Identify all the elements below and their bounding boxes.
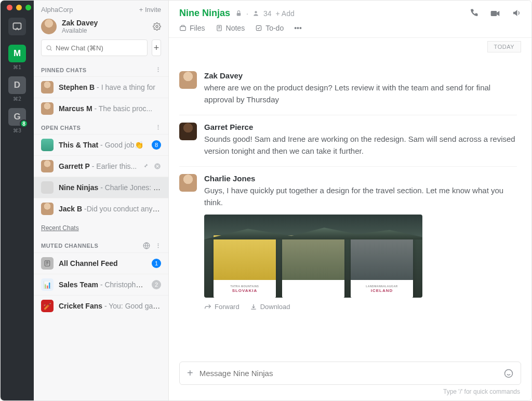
- main-panel: Nine Ninjas · 34 + Add Files Notes To-do…: [169, 1, 531, 400]
- svg-rect-6: [237, 13, 241, 16]
- composer-input[interactable]: [200, 369, 498, 378]
- tile-shortcut: ⌘3: [13, 128, 21, 133]
- invite-button[interactable]: + Invite: [139, 6, 161, 14]
- recent-chats-link[interactable]: Recent Chats: [34, 219, 168, 237]
- avatar: [41, 203, 54, 215]
- chat-item-marcus[interactable]: Marcus M - The basic proc...: [34, 98, 168, 119]
- settings-gear-icon[interactable]: [153, 22, 161, 31]
- message: Zak Davey where are we on the product de…: [179, 64, 517, 115]
- close-window[interactable]: [7, 5, 12, 10]
- svg-rect-9: [180, 26, 186, 31]
- svg-point-7: [255, 11, 257, 13]
- lock-icon: [235, 10, 242, 17]
- tab-files[interactable]: Files: [179, 24, 205, 32]
- svg-point-12: [505, 369, 513, 377]
- call-icon[interactable]: [469, 8, 478, 19]
- open-header: OPEN CHATS: [41, 125, 81, 131]
- member-count: 34: [263, 9, 272, 18]
- video-icon[interactable]: [490, 8, 500, 19]
- user-avatar[interactable]: [41, 19, 57, 34]
- msg-avatar[interactable]: [179, 174, 197, 192]
- tile-letter: M: [14, 48, 21, 59]
- workspace-tile-d[interactable]: D: [8, 76, 26, 94]
- svg-rect-8: [491, 11, 497, 16]
- msg-text: Sounds good! Sam and Irene are working o…: [204, 133, 517, 157]
- globe-icon[interactable]: [143, 242, 150, 249]
- pin-icon[interactable]: [142, 163, 149, 169]
- user-status: Available: [62, 27, 148, 34]
- message: Charlie Jones Guys, I have quickly put t…: [179, 166, 517, 320]
- chat-item-all-feed[interactable]: All Channel Feed 1: [34, 252, 168, 274]
- image-attachment[interactable]: TATRA MOUNTAINSSLOVAKIA LANDMANNALAUGARI…: [204, 215, 422, 298]
- avatar: [41, 102, 54, 115]
- channel-name[interactable]: Nine Ninjas: [179, 8, 230, 19]
- avatar: [41, 160, 54, 172]
- tile-shortcut: ⌘1: [13, 64, 21, 70]
- tile-letter: G: [14, 112, 20, 122]
- volume-icon[interactable]: [512, 8, 521, 19]
- open-menu-icon[interactable]: ⋮: [155, 124, 162, 131]
- unread-badge: 2: [152, 280, 161, 289]
- composer-hint: Type '/' for quick commands: [169, 388, 531, 400]
- add-member-button[interactable]: + Add: [276, 9, 295, 18]
- search-input[interactable]: [56, 44, 143, 52]
- muted-menu-icon[interactable]: ⋮: [155, 243, 162, 249]
- workspace-tile-g[interactable]: G 8: [8, 108, 26, 126]
- attach-plus-icon[interactable]: +: [187, 367, 193, 379]
- chat-item-garrett[interactable]: Garrett P - Earlier this...: [34, 155, 168, 177]
- muted-header: MUTED CHANNELS: [41, 243, 98, 249]
- workspace-tile-m[interactable]: M: [8, 45, 26, 62]
- tab-notes[interactable]: Notes: [216, 24, 245, 32]
- close-icon[interactable]: [154, 163, 161, 170]
- msg-avatar[interactable]: [179, 71, 197, 89]
- forward-button[interactable]: Forward: [204, 303, 240, 311]
- message-list: Zak Davey where are we on the product de…: [169, 56, 531, 357]
- message-composer[interactable]: +: [179, 362, 521, 385]
- channel-avatar: 🏏: [41, 300, 54, 312]
- pinned-header: PINNED CHATS: [41, 67, 87, 73]
- channel-avatar: [41, 139, 54, 151]
- message: Garret Pierce Sounds good! Sam and Irene…: [179, 115, 517, 166]
- msg-text: Guys, I have quickly put together a desi…: [204, 185, 517, 208]
- emoji-icon[interactable]: [504, 369, 513, 378]
- unread-badge: 1: [152, 259, 161, 268]
- person-icon: [252, 10, 259, 17]
- tile-shortcut: ⌘2: [13, 96, 21, 102]
- chat-item-cricket[interactable]: 🏏 Cricket Fans - You: Good game: [34, 295, 168, 316]
- more-icon[interactable]: •••: [294, 24, 302, 32]
- avatar: [41, 81, 54, 93]
- workspace-rail: M ⌘1 D ⌘2 G 8 ⌘3: [1, 1, 34, 400]
- date-divider: TODAY: [487, 41, 521, 52]
- channel-header: Nine Ninjas · 34 + Add Files Notes To-do…: [169, 1, 531, 38]
- svg-point-1: [156, 25, 158, 28]
- tile-badge: 8: [20, 119, 28, 128]
- chat-item-nine-ninjas[interactable]: Nine Ninjas - Charlie Jones: G...: [34, 177, 168, 198]
- user-name: Zak Davey: [62, 19, 148, 27]
- chat-item-sales[interactable]: 📊 Sales Team - Christopher J: d. 2: [34, 274, 168, 295]
- maximize-window[interactable]: [25, 5, 31, 10]
- channel-avatar: [41, 181, 54, 194]
- app-logo-icon[interactable]: [8, 18, 26, 35]
- unread-badge: 8: [152, 140, 161, 150]
- tab-todo[interactable]: To-do: [255, 24, 284, 32]
- clap-emoji: 👏: [135, 141, 143, 149]
- search-icon: [46, 45, 52, 51]
- msg-author: Charlie Jones: [204, 174, 517, 183]
- msg-author: Zak Davey: [204, 71, 517, 80]
- window-controls: [7, 5, 31, 10]
- chat-item-this-that[interactable]: This & That - Good job👏 8: [34, 134, 168, 155]
- workspace-name: AlphaCorp: [41, 6, 73, 14]
- sidebar: AlphaCorp + Invite Zak Davey Available +…: [34, 1, 169, 400]
- msg-avatar[interactable]: [179, 123, 197, 140]
- tile-letter: D: [14, 80, 20, 90]
- new-chat-search[interactable]: [41, 39, 148, 56]
- pinned-menu-icon[interactable]: ⋮: [155, 66, 162, 73]
- minimize-window[interactable]: [16, 5, 22, 10]
- chat-item-jack[interactable]: Jack B -Did you conduct any sur: [34, 198, 168, 219]
- msg-text: where are we on the product design? Lets…: [204, 82, 517, 105]
- chat-item-stephen[interactable]: Stephen B - I have a thing for: [34, 76, 168, 98]
- download-button[interactable]: Download: [250, 303, 290, 311]
- feed-icon: [41, 257, 54, 270]
- new-chat-button[interactable]: +: [152, 39, 161, 56]
- svg-point-2: [47, 46, 51, 50]
